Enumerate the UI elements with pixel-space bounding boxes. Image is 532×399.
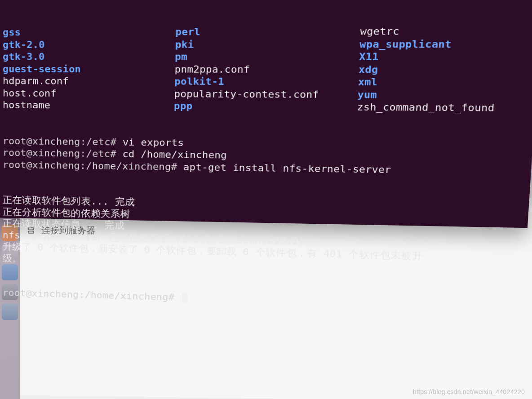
- ls-entry: pki: [175, 38, 350, 50]
- terminal-prompt: root@xincheng:/home/xincheng#: [3, 159, 183, 172]
- terminal-prompt: root@xincheng:/etc#: [3, 147, 123, 159]
- ls-entry: gss: [3, 26, 166, 38]
- ls-entry: zsh_command_not_found: [357, 101, 532, 114]
- watermark-text: https://blog.csdn.net/weixin_44024220: [413, 388, 525, 395]
- ls-entry: gtk-3.0: [3, 51, 166, 63]
- terminal-prompt: root@xincheng:/home/xincheng#: [3, 287, 181, 303]
- terminal-command: vi exports: [123, 137, 184, 148]
- ls-column: wgetrcwpa_supplicantX11xdgxmlyumzsh_comm…: [357, 24, 532, 114]
- terminal-command: apt-get install nfs-kernel-server: [183, 161, 392, 175]
- ls-entry: ppp: [174, 100, 348, 113]
- ls-column: perlpkipmpnm2ppa.confpolkit-1popularity-…: [174, 25, 351, 113]
- ls-entry: X11: [359, 50, 532, 63]
- ls-entry: yum: [357, 88, 532, 102]
- terminal-command-lines: root@xincheng:/etc# vi exportsroot@xinch…: [3, 135, 529, 177]
- ls-entry: wgetrc: [360, 24, 532, 38]
- ls-entry: polkit-1: [174, 75, 349, 89]
- terminal-command: cd /home/xincheng: [122, 148, 227, 160]
- ls-entry: xdg: [358, 63, 532, 76]
- ls-entry: pm: [175, 50, 350, 63]
- ls-entry: wpa_supplicant: [359, 37, 532, 50]
- ls-entry: hostname: [3, 99, 165, 112]
- ls-entry: popularity-contest.conf: [174, 88, 348, 101]
- ls-entry: perl: [175, 25, 351, 38]
- ls-entry: hdparm.conf: [3, 75, 165, 88]
- terminal-prompt-line[interactable]: root@xincheng:/home/xincheng#: [3, 287, 519, 313]
- terminal-prompt: root@xincheng:/etc#: [3, 135, 123, 147]
- ls-column: gssgtk-2.0gtk-3.0guest-sessionhdparm.con…: [3, 26, 166, 112]
- cursor-block: [182, 293, 188, 302]
- ls-entry: gtk-2.0: [3, 38, 166, 51]
- ls-entry: pnm2ppa.conf: [174, 63, 349, 75]
- ls-output-columns: gssgtk-2.0gtk-3.0guest-sessionhdparm.con…: [3, 24, 532, 114]
- ls-entry: xml: [358, 76, 532, 89]
- terminal-output-lines: 正在读取软件包列表... 完成正在分析软件包的依赖关系树正在读取状态信息... …: [3, 194, 525, 277]
- terminal-window[interactable]: gssgtk-2.0gtk-3.0guest-sessionhdparm.con…: [0, 0, 532, 228]
- ls-entry: guest-session: [3, 63, 165, 75]
- ls-entry: host.conf: [3, 87, 165, 100]
